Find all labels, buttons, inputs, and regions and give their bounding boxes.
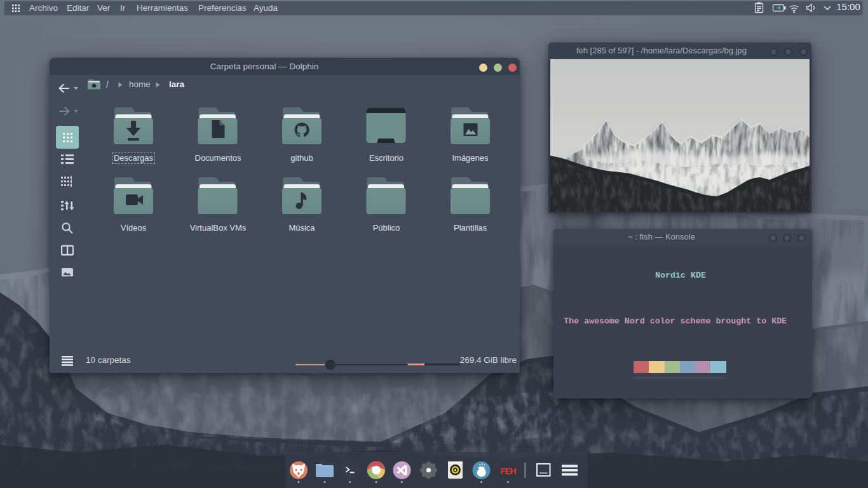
- svg-text:FEH: FEH: [501, 466, 516, 476]
